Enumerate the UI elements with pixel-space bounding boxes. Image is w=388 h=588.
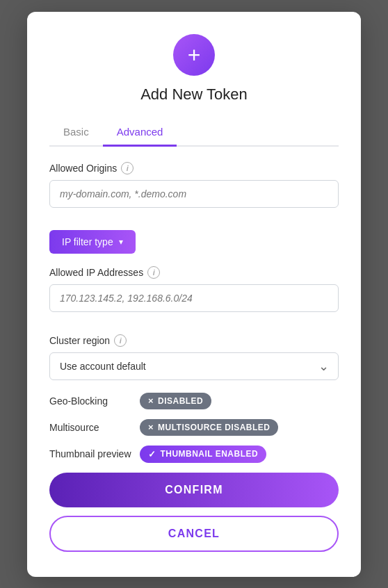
add-icon-circle: + <box>173 34 215 76</box>
geo-blocking-label: Geo-Blocking <box>49 395 140 407</box>
allowed-origins-input[interactable] <box>49 180 339 208</box>
allowed-ips-input[interactable] <box>49 284 339 312</box>
ip-filter-type-button[interactable]: IP filter type ▾ <box>49 230 136 254</box>
geo-blocking-badge-text: Disabled <box>158 396 203 406</box>
allowed-ips-label: Allowed IP Addresses i <box>49 266 339 279</box>
multisource-badge-icon: × <box>148 423 154 432</box>
thumbnail-preview-badge[interactable]: ✓ THUMBNAIL ENABLED <box>140 446 266 463</box>
allowed-ips-section: Allowed IP Addresses i <box>49 266 339 322</box>
add-token-modal: + Add New Token Basic Advanced Allowed O… <box>27 12 361 577</box>
ip-filter-chevron-icon: ▾ <box>119 237 123 247</box>
advanced-panel: Allowed Origins i IP filter type ▾ Allow… <box>49 162 339 463</box>
thumbnail-preview-row: Thumbnail preview ✓ THUMBNAIL ENABLED <box>49 446 339 463</box>
modal-title: Add New Token <box>49 85 339 104</box>
geo-blocking-badge[interactable]: × Disabled <box>140 393 211 409</box>
confirm-button[interactable]: CONFIRM <box>49 473 339 507</box>
multisource-row: Multisource × MULTISOURCE DISABLED <box>49 419 339 436</box>
cluster-region-label: Cluster region i <box>49 334 339 347</box>
multisource-badge-text: MULTISOURCE DISABLED <box>158 423 270 432</box>
allowed-ips-info-icon[interactable]: i <box>147 266 160 279</box>
tab-bar: Basic Advanced <box>49 120 339 147</box>
tab-basic[interactable]: Basic <box>49 120 103 147</box>
tab-advanced[interactable]: Advanced <box>103 120 177 147</box>
geo-blocking-row: Geo-Blocking × Disabled <box>49 393 339 409</box>
cluster-region-select-wrap: Use account defaultUS EastUS WestEU West… <box>49 352 339 380</box>
plus-icon: + <box>188 44 201 66</box>
cluster-region-select[interactable]: Use account defaultUS EastUS WestEU West… <box>49 352 339 380</box>
thumbnail-badge-text: THUMBNAIL ENABLED <box>160 449 258 459</box>
modal-icon-area: + <box>49 34 339 76</box>
allowed-origins-label: Allowed Origins i <box>49 162 339 174</box>
cluster-region-info-icon[interactable]: i <box>114 334 127 347</box>
cancel-button[interactable]: CANCEL <box>49 516 339 552</box>
thumbnail-preview-label: Thumbnail preview <box>49 448 140 459</box>
cluster-region-section: Cluster region i Use account defaultUS E… <box>49 334 339 380</box>
allowed-origins-info-icon[interactable]: i <box>121 162 134 174</box>
geo-blocking-badge-icon: × <box>148 396 154 405</box>
multisource-badge[interactable]: × MULTISOURCE DISABLED <box>140 419 278 436</box>
thumbnail-badge-icon: ✓ <box>148 449 156 459</box>
allowed-origins-section: Allowed Origins i <box>49 162 339 218</box>
multisource-label: Multisource <box>49 422 140 433</box>
